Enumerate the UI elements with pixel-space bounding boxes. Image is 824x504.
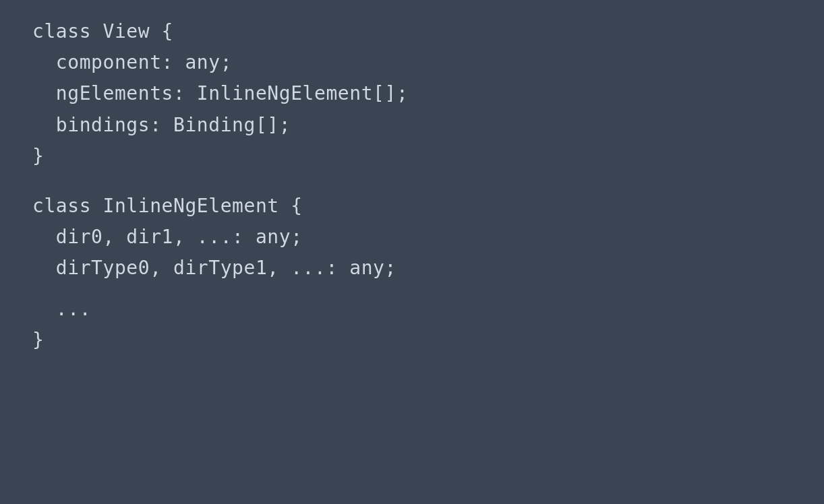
- code-line: component: any;: [32, 47, 792, 78]
- code-line: }: [32, 325, 792, 356]
- code-line: dirType0, dirType1, ...: any;: [32, 253, 792, 284]
- code-line: class InlineNgElement {: [32, 191, 792, 222]
- code-editor: class View { component: any; ngElements:…: [0, 0, 824, 504]
- code-line: class View {: [32, 16, 792, 47]
- code-line: }: [32, 141, 792, 172]
- code-line: [32, 181, 792, 191]
- code-line: [32, 172, 792, 181]
- code-line: ngElements: InlineNgElement[];: [32, 78, 792, 109]
- code-content: class View { component: any; ngElements:…: [32, 16, 792, 356]
- code-line: dir0, dir1, ...: any;: [32, 222, 792, 253]
- code-line: [32, 284, 792, 294]
- code-line: bindings: Binding[];: [32, 110, 792, 141]
- code-line: ...: [32, 294, 792, 325]
